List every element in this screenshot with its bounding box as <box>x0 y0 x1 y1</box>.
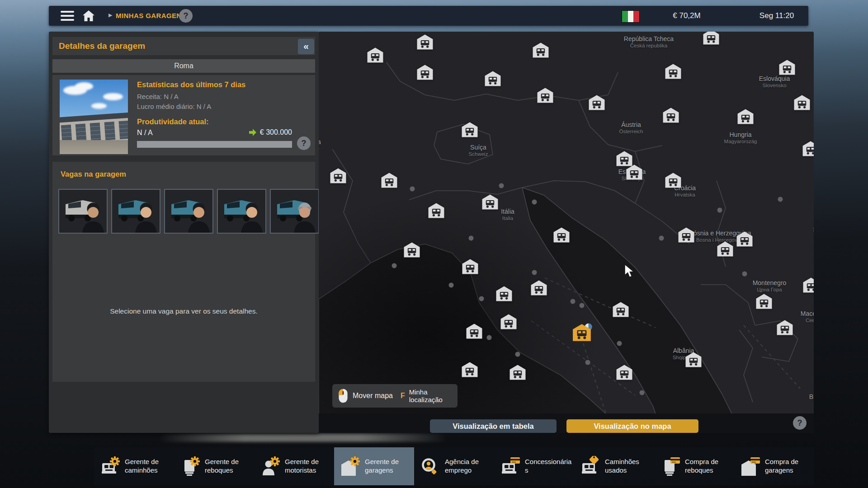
garage-slot-4[interactable] <box>217 189 266 234</box>
city-dot <box>487 335 492 340</box>
map-help-icon[interactable]: ? <box>793 416 807 430</box>
garage-marker[interactable] <box>533 42 549 58</box>
city-dot <box>585 360 590 365</box>
slot-row <box>58 189 311 233</box>
garage-marker[interactable] <box>663 108 679 123</box>
garage-slot-2[interactable] <box>111 189 160 234</box>
garage-marker[interactable] <box>794 95 811 111</box>
garage-marker[interactable] <box>737 109 754 125</box>
city-dot <box>778 197 783 202</box>
map-view-button[interactable]: Visualização no mapa <box>566 419 698 433</box>
toolbar-item-caminh-es-usados[interactable]: Caminhões usados <box>574 447 654 485</box>
garage-slot-1[interactable] <box>58 189 108 234</box>
garage-marker[interactable] <box>553 227 570 243</box>
garage-photo <box>60 80 128 154</box>
selected-garage-marker-roma[interactable] <box>572 323 593 342</box>
city-dot <box>640 390 645 395</box>
garage-marker[interactable] <box>466 324 483 339</box>
garage-marker[interactable] <box>482 194 499 210</box>
garage-marker[interactable] <box>589 95 605 111</box>
garage-slot-3[interactable] <box>164 189 213 234</box>
garage-marker[interactable] <box>462 362 478 378</box>
flag-stripe <box>633 11 639 22</box>
garage-marker[interactable] <box>665 64 682 80</box>
garage-marker[interactable] <box>777 320 793 336</box>
truck-gear-icon <box>100 456 121 477</box>
flag-stripe <box>628 11 634 22</box>
slot-hint: Selecione uma vaga para ver os seus deta… <box>52 307 315 315</box>
mouse-icon <box>338 388 349 404</box>
garage-marker[interactable] <box>678 227 695 243</box>
upgrade-arrow-icon <box>248 128 257 137</box>
productivity-bar <box>137 141 292 148</box>
garage-marker[interactable] <box>417 34 434 50</box>
city-dot <box>532 200 537 205</box>
screen: ▶ MINHAS GARAGENS ? € 70,2M Seg 11:20 De… <box>0 0 868 488</box>
garage-marker[interactable] <box>616 365 633 380</box>
table-view-button[interactable]: Visualização em tabela <box>430 419 557 433</box>
garage-marker[interactable] <box>703 32 720 45</box>
garage-marker[interactable] <box>500 314 517 330</box>
garage-marker[interactable] <box>509 365 526 380</box>
truck-tag-icon <box>580 456 601 477</box>
upgrade-row: € 300.000 <box>224 128 292 137</box>
garage-marker[interactable] <box>537 88 554 103</box>
toolbar-item-concession-rias[interactable]: Concessionárias <box>494 447 574 485</box>
garage-marker[interactable] <box>779 60 796 75</box>
breadcrumb[interactable]: MINHAS GARAGENS <box>116 12 186 19</box>
my-location-label[interactable]: Minha localização <box>409 388 451 404</box>
city-dot <box>479 296 484 301</box>
garage-marker[interactable] <box>802 141 814 157</box>
city-dot <box>659 236 664 241</box>
toolbar-item-label: Caminhões usados <box>605 458 652 475</box>
panel-title: Detalhes da garagem <box>59 41 145 51</box>
collapse-panel-button[interactable]: « <box>298 39 314 54</box>
toolbar-item-label: Agência de emprego <box>445 458 492 475</box>
toolbar-item-label: Compra de garagens <box>765 458 812 475</box>
garage-marker[interactable] <box>717 241 734 257</box>
map-controls-bar: Mover mapa F Minha localização <box>332 384 458 408</box>
toolbar-items: Gerente de caminhões Gerente de reboques… <box>94 447 814 485</box>
garage-marker[interactable] <box>613 302 629 318</box>
city-dot <box>515 352 520 357</box>
revenue-line: Receita: N / A <box>137 93 179 100</box>
city-dot <box>717 208 722 213</box>
map-bottom-strip: Visualização em tabela Visualização no m… <box>319 413 814 433</box>
toolbar-item-ag-ncia-de-emprego[interactable]: Agência de emprego <box>414 447 494 485</box>
toolbar-item-gerente-de-garagens[interactable]: Gerente de garagens <box>334 447 414 485</box>
garage-marker[interactable] <box>485 71 501 87</box>
garage-marker[interactable] <box>685 352 702 368</box>
garage-marker[interactable] <box>665 173 682 188</box>
garage-marker[interactable] <box>462 122 478 138</box>
garages-map[interactable]: República TchecaČeská republikaEslováqui… <box>319 32 814 433</box>
garage-marker[interactable] <box>428 203 445 219</box>
garage-marker[interactable] <box>462 259 479 275</box>
garage-marker[interactable] <box>367 47 384 63</box>
garage-marker[interactable] <box>404 242 420 258</box>
stats-section: Estatísticas dos últimos 7 dias Receita:… <box>52 75 315 155</box>
garage-marker[interactable] <box>496 286 513 302</box>
toolbar-item-gerente-de-motoristas[interactable]: Gerente de motoristas <box>254 447 334 485</box>
garage-marker[interactable] <box>381 173 398 188</box>
garage-marker[interactable] <box>626 164 643 180</box>
toolbar-item-compra-de-reboques[interactable]: Compra de reboques <box>654 447 734 485</box>
garage-marker[interactable] <box>531 280 547 296</box>
toolbar-item-gerente-de-reboques[interactable]: Gerente de reboques <box>174 447 254 485</box>
city-dot <box>580 303 585 308</box>
city-dot <box>617 341 622 346</box>
menu-icon[interactable] <box>61 11 74 21</box>
toolbar-item-compra-de-garagens[interactable]: Compra de garagens <box>734 447 814 485</box>
toolbar-item-gerente-de-caminh-es[interactable]: Gerente de caminhões <box>94 447 174 485</box>
garage-slot-5[interactable] <box>270 189 319 234</box>
management-toolbar: Gerente de caminhões Gerente de reboques… <box>94 447 814 485</box>
panel-header: Detalhes da garagem <box>52 37 315 55</box>
help-icon[interactable]: ? <box>179 9 193 23</box>
home-icon[interactable] <box>82 10 95 22</box>
garage-marker[interactable] <box>330 168 347 184</box>
garage-marker[interactable] <box>803 277 814 293</box>
productivity-help-icon[interactable]: ? <box>297 136 311 150</box>
slots-section: Vagas na garagem <box>52 162 315 382</box>
garage-marker[interactable] <box>756 294 773 310</box>
garage-marker[interactable] <box>417 65 434 80</box>
garage-marker[interactable] <box>736 231 753 247</box>
